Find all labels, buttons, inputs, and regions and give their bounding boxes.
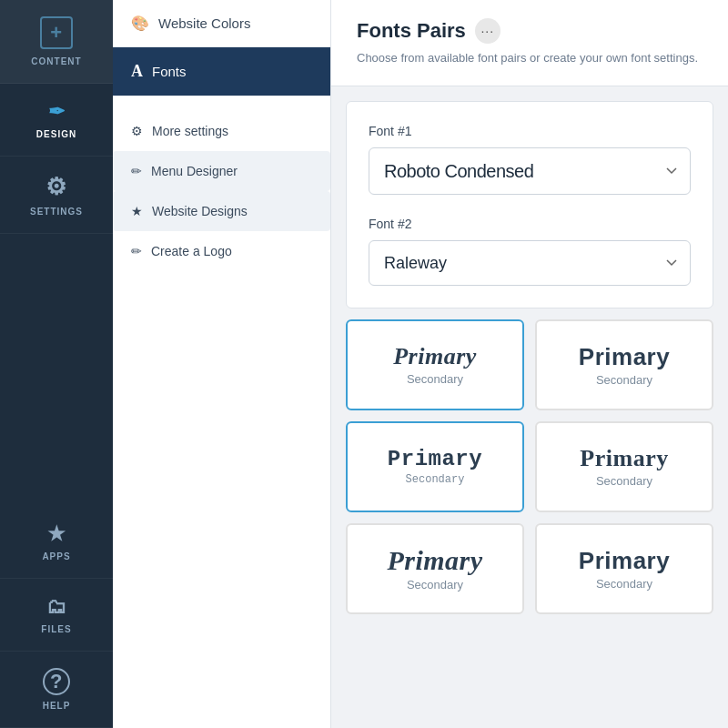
font-icon: A — [131, 62, 143, 81]
font2-label: Font #2 — [369, 217, 691, 231]
font-pair-card-2[interactable]: Primary Secondary — [535, 319, 713, 410]
font1-label: Font #1 — [369, 124, 691, 138]
sidebar-item-design[interactable]: ✒ DESIGN — [0, 84, 113, 157]
sidebar-item-design-label: DESIGN — [36, 129, 76, 139]
font-pair-card-1[interactable]: Primary Secondary — [346, 319, 524, 410]
font2-select[interactable]: Raleway Open Sans Lato Montserrat Roboto — [369, 240, 691, 286]
font-pair-card-6[interactable]: Primary Secondary — [535, 523, 713, 614]
sidebar-item-help[interactable]: ? HELP — [0, 652, 113, 728]
font-pair-3-primary: Primary — [388, 447, 482, 471]
sidebar-item-apps[interactable]: ★ APPS — [0, 506, 113, 579]
mid-nav-website-colors[interactable]: 🎨 Website Colors — [113, 0, 330, 47]
more-options-button[interactable]: ··· — [475, 18, 500, 44]
menu-designer-icon: ✏ — [131, 164, 142, 178]
help-icon: ? — [43, 668, 70, 695]
font-pair-3-secondary: Secondary — [406, 473, 465, 486]
mid-nav: 🎨 Website Colors A Fonts ⚙ More settings… — [113, 0, 331, 728]
font-pair-1-secondary: Secondary — [407, 372, 463, 386]
font-pair-4-secondary: Secondary — [596, 474, 652, 488]
sidebar-item-settings-label: SETTINGS — [30, 207, 83, 217]
font-settings-section: Font #1 Roboto Condensed Open Sans Lato … — [346, 101, 713, 308]
page-description: Choose from available font pairs or crea… — [357, 49, 703, 67]
mid-nav-more-settings[interactable]: ⚙ More settings — [113, 111, 330, 151]
font-pair-5-secondary: Secondary — [407, 578, 463, 592]
main-header: Fonts Pairs ··· Choose from available fo… — [331, 0, 728, 86]
font-pair-5-primary: Primary — [387, 545, 482, 576]
sidebar: + CONTENT ✒ DESIGN ⚙ SETTINGS ★ APPS 🗂 F… — [0, 0, 113, 728]
sidebar-item-settings[interactable]: ⚙ SETTINGS — [0, 157, 113, 234]
sidebar-item-content[interactable]: + CONTENT — [0, 0, 113, 84]
sidebar-item-help-label: HELP — [43, 701, 71, 711]
sidebar-item-files-label: FILES — [41, 624, 71, 634]
mid-nav-create-logo[interactable]: ✏ Create a Logo — [113, 231, 330, 271]
main-content: Fonts Pairs ··· Choose from available fo… — [331, 0, 728, 728]
font-pair-6-primary: Primary — [579, 547, 670, 575]
sidebar-bottom: ★ APPS 🗂 FILES ? HELP — [0, 506, 113, 728]
font-pair-6-secondary: Secondary — [596, 577, 652, 591]
mid-nav-website-colors-label: Website Colors — [158, 15, 250, 31]
font-pair-2-primary: Primary — [579, 343, 670, 371]
apps-icon: ★ — [47, 522, 66, 546]
page-title: Fonts Pairs — [357, 19, 466, 43]
mid-nav-website-designs[interactable]: ★ Website Designs — [113, 191, 330, 231]
font-pair-1-primary: Primary — [393, 343, 477, 370]
font-pair-card-5[interactable]: Primary Secondary — [346, 523, 524, 614]
mid-nav-website-designs-label: Website Designs — [152, 204, 248, 218]
mid-nav-menu-designer-label: Menu Designer — [151, 164, 238, 178]
font1-select[interactable]: Roboto Condensed Open Sans Lato Montserr… — [369, 147, 691, 195]
font-pair-4-primary: Primary — [580, 445, 668, 472]
main-header-title-row: Fonts Pairs ··· — [357, 18, 703, 44]
palette-icon: 🎨 — [131, 15, 149, 32]
sidebar-item-files[interactable]: 🗂 FILES — [0, 579, 113, 652]
font-pair-card-4[interactable]: Primary Secondary — [535, 421, 713, 512]
website-designs-icon: ★ — [131, 204, 143, 218]
mid-nav-fonts[interactable]: A Fonts — [113, 47, 330, 96]
sidebar-item-apps-label: APPS — [42, 551, 70, 561]
settings-icon: ⚙ — [46, 173, 67, 201]
font-pair-2-secondary: Secondary — [596, 373, 652, 387]
design-icon: ✒ — [48, 100, 66, 124]
mid-nav-menu-designer[interactable]: ✏ Menu Designer — [113, 151, 330, 191]
font-pair-card-3[interactable]: Primary Secondary — [346, 421, 524, 512]
more-settings-icon: ⚙ — [131, 124, 143, 138]
mid-nav-section: ⚙ More settings ✏ Menu Designer ★ Websit… — [113, 111, 330, 271]
mid-nav-fonts-label: Fonts — [152, 64, 187, 79]
sidebar-item-content-label: CONTENT — [31, 56, 81, 66]
create-logo-icon: ✏ — [131, 244, 142, 258]
mid-nav-create-logo-label: Create a Logo — [151, 244, 232, 258]
mid-nav-more-settings-label: More settings — [152, 124, 228, 138]
files-icon: 🗂 — [46, 595, 67, 619]
font-pairs-grid: Primary Secondary Primary Secondary Prim… — [346, 319, 713, 614]
content-icon: + — [40, 16, 73, 49]
